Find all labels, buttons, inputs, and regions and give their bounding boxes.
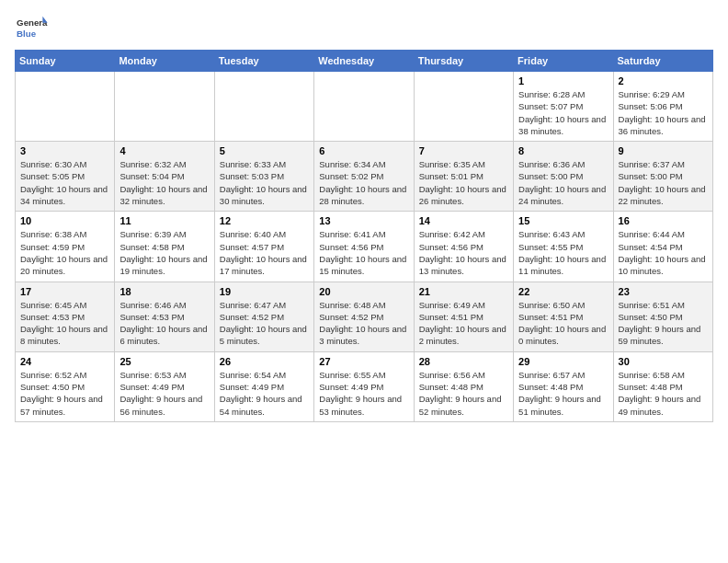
day-number: 17 xyxy=(20,286,109,297)
calendar-day-cell: 3Sunrise: 6:30 AM Sunset: 5:05 PM Daylig… xyxy=(16,142,115,212)
calendar-day-cell xyxy=(115,72,214,142)
calendar-day-cell: 17Sunrise: 6:45 AM Sunset: 4:53 PM Dayli… xyxy=(16,282,115,351)
day-info: Sunrise: 6:51 AM Sunset: 4:50 PM Dayligh… xyxy=(619,299,708,348)
day-info: Sunrise: 6:54 AM Sunset: 4:49 PM Dayligh… xyxy=(220,369,309,418)
day-info: Sunrise: 6:33 AM Sunset: 5:03 PM Dayligh… xyxy=(220,158,309,207)
day-info: Sunrise: 6:40 AM Sunset: 4:57 PM Dayligh… xyxy=(220,228,309,277)
calendar-week-row: 17Sunrise: 6:45 AM Sunset: 4:53 PM Dayli… xyxy=(16,282,713,351)
day-number: 21 xyxy=(419,286,508,297)
calendar-day-cell: 12Sunrise: 6:40 AM Sunset: 4:57 PM Dayli… xyxy=(214,212,313,282)
calendar-day-cell: 7Sunrise: 6:35 AM Sunset: 5:01 PM Daylig… xyxy=(414,142,513,212)
calendar-week-row: 24Sunrise: 6:52 AM Sunset: 4:50 PM Dayli… xyxy=(16,351,713,421)
day-number: 12 xyxy=(220,215,309,226)
day-info: Sunrise: 6:38 AM Sunset: 4:59 PM Dayligh… xyxy=(20,228,109,277)
calendar-day-cell: 10Sunrise: 6:38 AM Sunset: 4:59 PM Dayli… xyxy=(16,212,115,282)
day-number: 25 xyxy=(119,356,209,367)
day-number: 23 xyxy=(619,286,708,297)
calendar-week-row: 10Sunrise: 6:38 AM Sunset: 4:59 PM Dayli… xyxy=(16,212,713,282)
calendar-day-cell: 20Sunrise: 6:48 AM Sunset: 4:52 PM Dayli… xyxy=(314,282,414,351)
calendar-day-cell: 9Sunrise: 6:37 AM Sunset: 5:00 PM Daylig… xyxy=(613,142,712,212)
day-info: Sunrise: 6:34 AM Sunset: 5:02 PM Dayligh… xyxy=(319,158,408,207)
day-info: Sunrise: 6:30 AM Sunset: 5:05 PM Dayligh… xyxy=(20,158,109,207)
calendar-day-cell xyxy=(16,72,115,142)
calendar-day-cell: 29Sunrise: 6:57 AM Sunset: 4:48 PM Dayli… xyxy=(514,351,613,421)
day-number: 14 xyxy=(419,215,508,226)
day-info: Sunrise: 6:41 AM Sunset: 4:56 PM Dayligh… xyxy=(319,228,408,277)
day-info: Sunrise: 6:52 AM Sunset: 4:50 PM Dayligh… xyxy=(20,369,109,418)
calendar-day-cell: 28Sunrise: 6:56 AM Sunset: 4:48 PM Dayli… xyxy=(414,351,513,421)
day-number: 7 xyxy=(419,145,508,156)
day-number: 16 xyxy=(619,215,708,226)
calendar-day-cell: 30Sunrise: 6:58 AM Sunset: 4:48 PM Dayli… xyxy=(613,351,712,421)
calendar-day-cell: 19Sunrise: 6:47 AM Sunset: 4:52 PM Dayli… xyxy=(214,282,313,351)
calendar-table: SundayMondayTuesdayWednesdayThursdayFrid… xyxy=(15,50,713,422)
day-info: Sunrise: 6:53 AM Sunset: 4:49 PM Dayligh… xyxy=(119,369,209,418)
calendar-header-row: SundayMondayTuesdayWednesdayThursdayFrid… xyxy=(16,51,713,72)
calendar-day-cell: 27Sunrise: 6:55 AM Sunset: 4:49 PM Dayli… xyxy=(314,351,414,421)
day-info: Sunrise: 6:35 AM Sunset: 5:01 PM Dayligh… xyxy=(419,158,508,207)
day-number: 20 xyxy=(319,286,408,297)
day-info: Sunrise: 6:49 AM Sunset: 4:51 PM Dayligh… xyxy=(419,299,508,348)
day-number: 29 xyxy=(518,356,608,367)
day-info: Sunrise: 6:57 AM Sunset: 4:48 PM Dayligh… xyxy=(518,369,608,418)
calendar-day-cell: 15Sunrise: 6:43 AM Sunset: 4:55 PM Dayli… xyxy=(514,212,613,282)
calendar-day-cell: 11Sunrise: 6:39 AM Sunset: 4:58 PM Dayli… xyxy=(115,212,214,282)
logo-icon: General Blue xyxy=(15,15,48,42)
day-info: Sunrise: 6:46 AM Sunset: 4:53 PM Dayligh… xyxy=(119,299,209,348)
day-number: 3 xyxy=(20,145,109,156)
calendar-week-row: 3Sunrise: 6:30 AM Sunset: 5:05 PM Daylig… xyxy=(16,142,713,212)
calendar-day-cell: 6Sunrise: 6:34 AM Sunset: 5:02 PM Daylig… xyxy=(314,142,414,212)
calendar-day-cell: 16Sunrise: 6:44 AM Sunset: 4:54 PM Dayli… xyxy=(613,212,712,282)
calendar-day-cell: 22Sunrise: 6:50 AM Sunset: 4:51 PM Dayli… xyxy=(514,282,613,351)
day-number: 26 xyxy=(220,356,309,367)
day-info: Sunrise: 6:48 AM Sunset: 4:52 PM Dayligh… xyxy=(319,299,408,348)
calendar-day-cell: 4Sunrise: 6:32 AM Sunset: 5:04 PM Daylig… xyxy=(115,142,214,212)
day-info: Sunrise: 6:37 AM Sunset: 5:00 PM Dayligh… xyxy=(619,158,708,207)
day-info: Sunrise: 6:43 AM Sunset: 4:55 PM Dayligh… xyxy=(518,228,608,277)
page-header: General Blue xyxy=(15,15,713,42)
day-info: Sunrise: 6:39 AM Sunset: 4:58 PM Dayligh… xyxy=(119,228,209,277)
day-number: 19 xyxy=(220,286,309,297)
calendar-day-cell: 24Sunrise: 6:52 AM Sunset: 4:50 PM Dayli… xyxy=(16,351,115,421)
svg-text:Blue: Blue xyxy=(17,29,37,39)
day-number: 8 xyxy=(518,145,608,156)
calendar-day-cell: 23Sunrise: 6:51 AM Sunset: 4:50 PM Dayli… xyxy=(613,282,712,351)
day-info: Sunrise: 6:42 AM Sunset: 4:56 PM Dayligh… xyxy=(419,228,508,277)
day-number: 28 xyxy=(419,356,508,367)
day-number: 30 xyxy=(619,356,708,367)
day-number: 10 xyxy=(20,215,109,226)
calendar-day-cell: 8Sunrise: 6:36 AM Sunset: 5:00 PM Daylig… xyxy=(514,142,613,212)
day-number: 27 xyxy=(319,356,408,367)
calendar-day-cell: 26Sunrise: 6:54 AM Sunset: 4:49 PM Dayli… xyxy=(214,351,313,421)
day-number: 24 xyxy=(20,356,109,367)
day-info: Sunrise: 6:56 AM Sunset: 4:48 PM Dayligh… xyxy=(419,369,508,418)
day-header-monday: Monday xyxy=(115,51,214,72)
day-info: Sunrise: 6:45 AM Sunset: 4:53 PM Dayligh… xyxy=(20,299,109,348)
calendar-week-row: 1Sunrise: 6:28 AM Sunset: 5:07 PM Daylig… xyxy=(16,72,713,142)
calendar-day-cell: 14Sunrise: 6:42 AM Sunset: 4:56 PM Dayli… xyxy=(414,212,513,282)
calendar-day-cell: 18Sunrise: 6:46 AM Sunset: 4:53 PM Dayli… xyxy=(115,282,214,351)
day-info: Sunrise: 6:29 AM Sunset: 5:06 PM Dayligh… xyxy=(619,88,708,137)
calendar-day-cell xyxy=(414,72,513,142)
day-number: 6 xyxy=(319,145,408,156)
day-header-tuesday: Tuesday xyxy=(214,51,313,72)
day-header-friday: Friday xyxy=(514,51,613,72)
day-number: 18 xyxy=(119,286,209,297)
day-number: 13 xyxy=(319,215,408,226)
day-header-wednesday: Wednesday xyxy=(314,51,414,72)
day-number: 15 xyxy=(518,215,608,226)
day-header-saturday: Saturday xyxy=(613,51,712,72)
calendar-day-cell: 25Sunrise: 6:53 AM Sunset: 4:49 PM Dayli… xyxy=(115,351,214,421)
day-number: 22 xyxy=(518,286,608,297)
day-number: 1 xyxy=(518,75,608,86)
day-info: Sunrise: 6:55 AM Sunset: 4:49 PM Dayligh… xyxy=(319,369,408,418)
day-info: Sunrise: 6:50 AM Sunset: 4:51 PM Dayligh… xyxy=(518,299,608,348)
day-info: Sunrise: 6:44 AM Sunset: 4:54 PM Dayligh… xyxy=(619,228,708,277)
day-info: Sunrise: 6:36 AM Sunset: 5:00 PM Dayligh… xyxy=(518,158,608,207)
logo: General Blue xyxy=(15,15,48,42)
calendar-day-cell: 1Sunrise: 6:28 AM Sunset: 5:07 PM Daylig… xyxy=(514,72,613,142)
day-header-thursday: Thursday xyxy=(414,51,513,72)
day-number: 4 xyxy=(119,145,209,156)
calendar-day-cell xyxy=(214,72,313,142)
day-info: Sunrise: 6:32 AM Sunset: 5:04 PM Dayligh… xyxy=(119,158,209,207)
